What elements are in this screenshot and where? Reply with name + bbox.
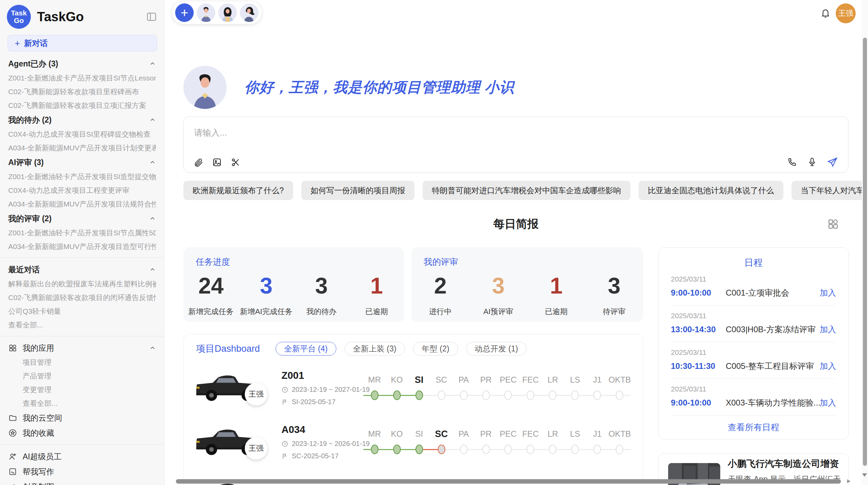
join-link[interactable]: 加入 (820, 397, 836, 408)
sidebar-item[interactable]: A034-全新新能源MUV产品开发项目法规符合性评审 (8, 197, 156, 211)
scroll-right-arrow-icon[interactable] (847, 479, 851, 483)
sidebar-item[interactable]: Z001-全新燃油皮卡产品开发项目SI节点Lesson Learn报告 (8, 71, 156, 85)
tab-powertrain[interactable]: 动总开发 (1) (466, 342, 527, 356)
recent-chat-item[interactable]: C02-飞腾新能源轻客改款项目的闭环通告反馈情况 (8, 291, 156, 304)
section-recent-chats[interactable]: 最近对话 (8, 262, 156, 277)
sidebar-item[interactable]: Z001-全新燃油轻卡产品开发项目SI造型提交物评审 (8, 170, 156, 184)
suggestion-chip[interactable]: 特朗普可能对进口汽车增税会对中国车企造成哪些影响 (423, 181, 630, 200)
recent-chat-item[interactable]: 公司Q3轻卡销量 (8, 304, 156, 318)
view-all-chats-link[interactable]: 查看全部... (8, 318, 156, 332)
view-all-schedule-link[interactable]: 查看所有日程 (671, 422, 836, 433)
join-link[interactable]: 加入 (820, 324, 836, 335)
tab-model-year[interactable]: 年型 (2) (413, 342, 458, 356)
project-dashboard-card: 项目Dashboard 全新平台 (4) 全新上装 (3) 年型 (2) 动总开… (183, 334, 643, 485)
app-item-product-mgmt[interactable]: 产品管理 (8, 369, 156, 383)
milestone-dot-done (393, 445, 401, 454)
agent-avatar-3[interactable] (240, 3, 258, 22)
sidebar-item[interactable]: A034-全新新能源MUV产品开发项目计划变更表编写 (8, 141, 156, 155)
voice-call-button[interactable] (787, 157, 797, 167)
app-logo: Task Go (7, 5, 31, 29)
project-row-z001[interactable]: 王强 Z001 2023-12-19 ~ 2027-01-19 SI-2025-… (184, 367, 643, 413)
recent-chat-item[interactable]: 解释最新出台的欧盟报废车法规再生塑料比例被调至15%... (8, 277, 156, 291)
milestone-label: PR (475, 374, 497, 386)
project-row-a034[interactable]: 王强 A034 2023-12-19 ~ 2026-01-19 SC-2025-… (184, 421, 643, 467)
sidebar-header: Task Go TaskGo (0, 0, 164, 29)
user-avatar[interactable]: 王强 (836, 3, 856, 23)
greeting-text: 你好，王强，我是你的项目管理助理 小识 (244, 78, 514, 97)
schedule-time: 13:00-14:30 (671, 325, 726, 334)
schedule-item: 2025/03/11 10:30-11:30 C005-整车工程目标评审 加入 (671, 342, 836, 379)
briefing-layout-button[interactable] (827, 218, 839, 230)
stat-value: 2 (411, 272, 469, 299)
milestone-label: PR (475, 428, 497, 440)
project-name: A034 (281, 424, 305, 435)
sidebar-item[interactable]: C0X4-动力总成开发项目SI里程碑提交物检查 (8, 127, 156, 141)
schedule-item: 2025/03/11 9:00-10:00 X003-车辆动力学性能验... 加… (671, 379, 836, 415)
tab-new-body[interactable]: 全新上装 (3) (345, 342, 405, 356)
section-agent-done[interactable]: Agent已办 (3) (8, 56, 156, 71)
greeting: 你好，王强，我是你的项目管理助理 小识 (183, 66, 514, 109)
milestone-dot (549, 445, 556, 454)
sidebar-item[interactable]: A034-全新新能源MUV产品开发项目造型可行性评审 (8, 240, 156, 253)
milestone-dot (438, 390, 445, 400)
sidebar-item-cloud-space[interactable]: 我的云空间 (8, 410, 156, 425)
milestone-label: LS (564, 428, 586, 440)
sidebar-item-creative-draw[interactable]: 创意制图 (8, 479, 156, 485)
sidebar-item[interactable]: C02-飞腾新能源轻客改款项目立项汇报方案 (8, 99, 156, 112)
suggestion-chip[interactable]: 欧洲新规最近颁布了什么? (183, 181, 293, 200)
suggestion-chip[interactable]: 当下年轻人对汽车外观有怎样的喜好趋势 (792, 181, 868, 200)
schedule-time: 9:00-10:00 (671, 288, 726, 298)
sidebar-item-help-write[interactable]: 帮我写作 (8, 464, 156, 479)
paperclip-icon (193, 157, 204, 167)
section-my-review[interactable]: 我的评审 (2) (8, 211, 156, 226)
notifications-button[interactable] (820, 8, 831, 18)
tab-new-platform[interactable]: 全新平台 (4) (276, 342, 336, 356)
cloud-folder-icon (8, 413, 17, 422)
new-chat-button[interactable]: + 新对话 (8, 35, 157, 51)
suggestion-chip[interactable]: 比亚迪全固态电池计划具体说了什么 (639, 181, 783, 200)
schedule-date: 2025/03/11 (671, 312, 836, 320)
sidebar-item-my-apps[interactable]: 我的应用 (8, 340, 156, 356)
view-all-apps-link[interactable]: 查看全部... (8, 397, 156, 410)
agent-avatar-1[interactable] (197, 3, 215, 22)
sidebar-item[interactable]: Z001-全新燃油轻卡产品开发项目SI节点属性5D文件评审 (8, 226, 156, 240)
grid-layout-icon (827, 218, 839, 230)
milestone-label: PEC (497, 428, 519, 440)
vertical-scrollbar-thumb[interactable] (863, 38, 867, 466)
section-my-todo[interactable]: 我的待办 (2) (8, 112, 156, 127)
suggestion-chip[interactable]: 如何写一份清晰的项目周报 (301, 181, 414, 200)
milestone-dot (527, 445, 534, 454)
scroll-down-arrow-icon[interactable] (862, 473, 867, 477)
milestone-dot-done (415, 445, 423, 454)
milestone-dot-done (371, 390, 378, 400)
app-item-change-mgmt[interactable]: 变更管理 (8, 383, 156, 397)
horizontal-scrollbar-thumb[interactable] (176, 479, 841, 484)
image-upload-button[interactable] (212, 157, 222, 167)
join-link[interactable]: 加入 (820, 361, 836, 372)
milestone-dot-overdue (438, 445, 445, 454)
stat-my-todo: 3 我的待办 (294, 272, 349, 317)
section-ai-review[interactable]: AI评审 (3) (8, 155, 156, 170)
mic-button[interactable] (807, 157, 817, 167)
send-button[interactable] (827, 157, 838, 167)
sidebar-collapse-button[interactable] (146, 11, 157, 23)
milestone-dot (460, 390, 468, 400)
milestone-label: KO (386, 374, 408, 386)
join-link[interactable]: 加入 (820, 287, 836, 298)
schedule-name: C005-整车工程目标评审 (726, 361, 820, 372)
milestone-label: SC (430, 374, 453, 386)
chat-input[interactable] (184, 117, 767, 149)
screenshot-button[interactable] (230, 157, 241, 167)
agent-avatar-2[interactable] (218, 3, 237, 22)
sidebar-item[interactable]: C0X4-动力总成开发项目工程变更评审 (8, 184, 156, 197)
sidebar-item-favorites[interactable]: 我的收藏 (8, 425, 156, 440)
sidebar-item[interactable]: C02-飞腾新能源轻客改款项目里程碑画布 (8, 85, 156, 99)
clock-icon (281, 386, 288, 393)
attach-button[interactable] (193, 157, 204, 167)
milestone-label-current: SI (408, 374, 430, 386)
add-agent-button[interactable]: + (175, 3, 194, 22)
sidebar-item-ai-staff[interactable]: AI超级员工 (8, 449, 156, 464)
app-item-project-mgmt[interactable]: 项目管理 (8, 356, 156, 369)
stat-value: 24 (183, 272, 239, 299)
section-label: 我的待办 (2) (8, 115, 52, 125)
